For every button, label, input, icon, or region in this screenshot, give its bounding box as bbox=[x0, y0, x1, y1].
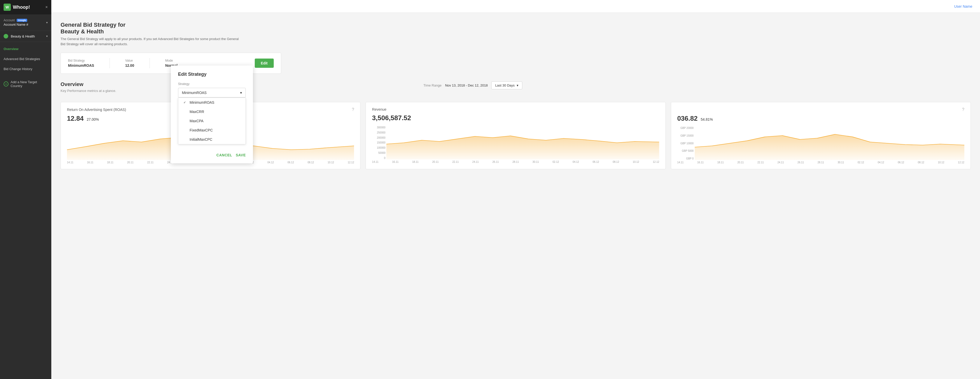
account-item[interactable]: Account Google Account Name # ▾ bbox=[0, 14, 51, 30]
bid-value-value: 12.00 bbox=[125, 64, 134, 67]
beauty-health-item[interactable]: Beauty & Health ▾ bbox=[0, 31, 51, 42]
strategy-dropdown-label: Strategy bbox=[178, 82, 246, 86]
bid-change-label: Bid Change History bbox=[3, 67, 32, 71]
check-icon-minimumroas: ✓ bbox=[183, 101, 187, 104]
time-range-select-value: Last 30 Days bbox=[495, 83, 515, 87]
bid-strategy-label: Bid Strategy bbox=[68, 59, 94, 62]
strategy-selected-value: MinimumROAS bbox=[182, 91, 207, 95]
main-content: General Bid Strategy for Beauty & Health… bbox=[51, 0, 980, 379]
overview-label: Overview bbox=[3, 47, 19, 51]
add-country-label: Add a New Target Country bbox=[11, 80, 48, 88]
plus-icon: + bbox=[3, 82, 8, 86]
bid-value-info: Value 12.00 bbox=[125, 59, 134, 67]
x-axis-revenue: 14.1116.1118.1120.1122.11 24.1126.1128.1… bbox=[372, 160, 659, 163]
account-name: Account Name # bbox=[3, 22, 28, 26]
beauty-health-label: Beauty & Health bbox=[11, 34, 35, 38]
info-icon-roas[interactable]: ? bbox=[352, 107, 354, 112]
time-range-select[interactable]: Last 30 Days ▾ bbox=[491, 82, 522, 90]
option-maxcrr: MaxCRR bbox=[189, 110, 204, 114]
dropdown-item-maxcrr[interactable]: MaxCRR bbox=[178, 107, 245, 116]
edit-strategy-popup: Edit Strategy Strategy MinimumROAS ▾ ✓ M… bbox=[171, 66, 253, 163]
time-range-dates: Nov 13, 2018 - Dec 12, 2018 bbox=[445, 83, 488, 87]
edit-button[interactable]: Edit bbox=[255, 59, 274, 68]
sidebar-item-overview[interactable]: Overview bbox=[0, 44, 51, 54]
option-fixedmaxcpc: FixedMaxCPC bbox=[189, 128, 213, 132]
time-range-label: Time Range bbox=[423, 83, 442, 87]
page-title: General Bid Strategy for Beauty & Health bbox=[60, 22, 971, 35]
logo-area: W Whoop! bbox=[3, 3, 30, 11]
sidebar-item-bid-change[interactable]: Bid Change History bbox=[0, 64, 51, 74]
metric-card-revenue: Revenue 3,506,587.52 3000002500002000001… bbox=[366, 102, 665, 169]
save-button[interactable]: SAVE bbox=[236, 153, 246, 157]
google-badge: Google bbox=[17, 19, 27, 22]
add-country-item[interactable]: + Add a New Target Country bbox=[0, 77, 51, 91]
strategy-dropdown-menu: ✓ MinimumROAS MaxCRR MaxCPA FixedMaxCPC bbox=[178, 98, 246, 144]
account-label: Account bbox=[3, 19, 14, 22]
overview-controls: Time Range Nov 13, 2018 - Dec 12, 2018 L… bbox=[423, 82, 522, 90]
cancel-button[interactable]: CANCEL bbox=[216, 153, 232, 157]
topbar: User Name bbox=[51, 0, 980, 13]
option-initialmaxcpc: InitialMaxCPC bbox=[189, 138, 212, 141]
beauty-dot-icon bbox=[3, 34, 8, 38]
dropdown-item-initialmaxcpc[interactable]: InitialMaxCPC bbox=[178, 135, 245, 144]
strategy-select[interactable]: MinimumROAS ▾ bbox=[178, 88, 246, 98]
strategy-select-chevron: ▾ bbox=[240, 91, 242, 95]
metric-name-revenue: Revenue bbox=[372, 107, 387, 112]
metric-change-roas: 27.00% bbox=[87, 117, 99, 122]
metric-value-roas: 12.84 bbox=[67, 115, 84, 123]
section-title: Overview bbox=[60, 82, 116, 87]
logo-text: Whoop! bbox=[13, 5, 30, 10]
bid-strategy-value: MinimumROAS bbox=[68, 64, 94, 67]
metric-value-third: 036.82 bbox=[677, 115, 698, 123]
metric-name-roas: Return On Advertising Spent (ROAS) bbox=[67, 107, 126, 112]
option-minimumroas: MinimumROAS bbox=[189, 101, 214, 104]
chart-revenue: 300000250000200000150000100000500000 bbox=[372, 126, 659, 163]
sidebar-item-advanced-bid[interactable]: Advanced Bid Strategies bbox=[0, 54, 51, 64]
bid-divider bbox=[110, 58, 110, 68]
dropdown-item-minimumroas[interactable]: ✓ MinimumROAS bbox=[178, 98, 245, 107]
info-icon-third[interactable]: ? bbox=[962, 107, 964, 112]
account-chevron-icon: ▾ bbox=[46, 21, 48, 24]
bid-value-label: Value bbox=[125, 59, 134, 62]
metric-value-revenue: 3,506,587.52 bbox=[372, 114, 411, 122]
user-name[interactable]: User Name bbox=[954, 4, 972, 8]
dropdown-item-maxcpa[interactable]: MaxCPA bbox=[178, 116, 245, 126]
chart-third: GBP 20000GBP 15000GBP 10000GBP 5000GBP 0 bbox=[677, 126, 964, 164]
sidebar: W Whoop! × Account Google Account Name #… bbox=[0, 0, 51, 379]
dropdown-item-fixedmaxcpc[interactable]: FixedMaxCPC bbox=[178, 126, 245, 135]
logo-icon: W bbox=[3, 3, 11, 11]
close-icon[interactable]: × bbox=[45, 5, 48, 10]
metric-card-third: ? 036.82 54.81% GBP 20000GBP 15000GBP 10… bbox=[671, 102, 971, 169]
metric-change-third: 54.81% bbox=[701, 117, 713, 122]
beauty-chevron-icon: ▾ bbox=[46, 34, 48, 38]
time-range-chevron-icon: ▾ bbox=[517, 83, 519, 87]
option-maxcpa: MaxCPA bbox=[189, 119, 204, 123]
bid-mode-label: Mode bbox=[165, 59, 178, 62]
sidebar-header: W Whoop! × bbox=[0, 0, 51, 14]
advanced-bid-label: Advanced Bid Strategies bbox=[3, 57, 40, 61]
bid-strategy-info: Bid Strategy MinimumROAS bbox=[68, 59, 94, 67]
popup-actions: CANCEL SAVE bbox=[178, 149, 246, 157]
x-axis-third: 14.1116.1118.1120.1122.11 24.1126.1128.1… bbox=[677, 161, 964, 164]
page-subtitle: The General Bid Strategy will apply to a… bbox=[60, 37, 240, 46]
bid-divider-2 bbox=[150, 58, 150, 68]
section-subtitle: Key Performance metrics at a glance. bbox=[60, 89, 116, 93]
edit-popup-title: Edit Strategy bbox=[178, 72, 246, 77]
